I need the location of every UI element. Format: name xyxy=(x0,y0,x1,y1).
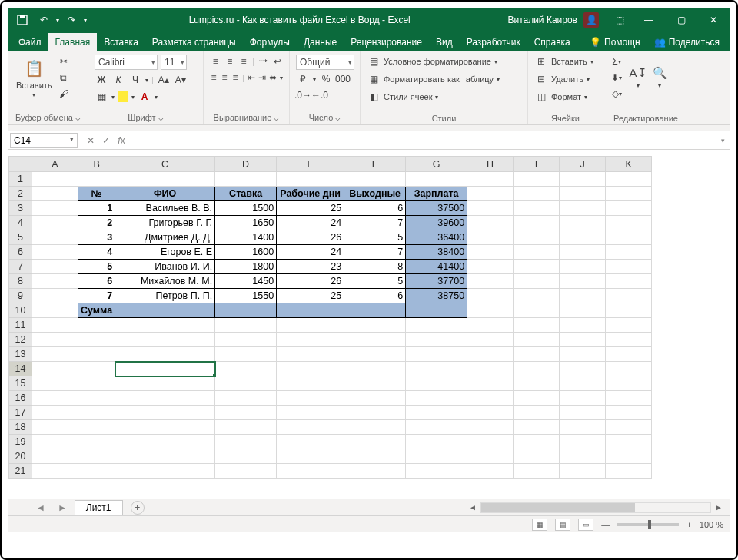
cell[interactable] xyxy=(406,420,467,435)
cell[interactable] xyxy=(277,420,344,435)
row-header[interactable]: 14 xyxy=(9,362,32,376)
number-format[interactable]: Общий xyxy=(296,55,354,70)
cell[interactable] xyxy=(606,464,652,479)
cell[interactable]: 3 xyxy=(78,230,115,245)
row-header[interactable]: 19 xyxy=(9,435,32,449)
cell[interactable] xyxy=(467,449,514,464)
cell[interactable] xyxy=(344,464,406,479)
cell[interactable] xyxy=(277,303,344,318)
cell[interactable] xyxy=(277,347,344,362)
font-color-icon[interactable]: A xyxy=(138,90,151,104)
cell[interactable] xyxy=(344,333,406,347)
cell[interactable]: 4 xyxy=(78,245,115,260)
cell[interactable] xyxy=(215,420,277,435)
cell[interactable] xyxy=(560,362,606,376)
cell[interactable] xyxy=(467,260,514,274)
row-header[interactable]: 17 xyxy=(9,406,32,420)
cell[interactable] xyxy=(560,464,606,479)
maximize-icon[interactable]: ▢ xyxy=(665,8,697,31)
cell[interactable]: 38400 xyxy=(406,245,467,260)
tab-data[interactable]: Данные xyxy=(297,33,344,51)
cell[interactable] xyxy=(406,303,467,318)
cell[interactable] xyxy=(344,362,406,376)
cell[interactable]: 37700 xyxy=(406,274,467,289)
cell[interactable] xyxy=(606,391,652,406)
row-header[interactable]: 20 xyxy=(9,449,32,464)
row-header[interactable]: 8 xyxy=(9,274,32,289)
cell[interactable]: Егоров Е. Е xyxy=(115,245,215,260)
cell[interactable] xyxy=(115,435,215,449)
row-header[interactable]: 7 xyxy=(9,260,32,274)
cell[interactable]: Зарплата xyxy=(406,187,467,201)
delete-cells-button[interactable]: ⊟Удалить ▾ xyxy=(534,72,597,86)
ribbon-options-icon[interactable]: ⬚ xyxy=(607,8,633,31)
fill-color-icon[interactable] xyxy=(118,91,128,102)
cell[interactable] xyxy=(514,245,560,260)
row-header[interactable]: 10 xyxy=(9,303,32,318)
cell[interactable]: Выходные xyxy=(344,187,406,201)
share-button[interactable]: 👥Поделиться xyxy=(647,33,726,51)
cell[interactable]: 7 xyxy=(344,245,406,260)
cell[interactable]: 2 xyxy=(78,216,115,230)
cell[interactable] xyxy=(467,420,514,435)
zoom-in-icon[interactable]: + xyxy=(686,520,691,529)
cell[interactable] xyxy=(467,289,514,303)
cell[interactable] xyxy=(406,464,467,479)
cell[interactable] xyxy=(406,406,467,420)
cell[interactable] xyxy=(606,333,652,347)
cell[interactable] xyxy=(215,449,277,464)
cell[interactable] xyxy=(606,274,652,289)
cell[interactable] xyxy=(606,376,652,391)
conditional-formatting-button[interactable]: ▤Условное форматирование ▾ xyxy=(367,55,521,68)
scroll-left-icon[interactable]: ◄ xyxy=(467,502,479,514)
tab-insert[interactable]: Вставка xyxy=(97,33,145,51)
col-header[interactable]: A xyxy=(32,157,78,172)
tab-review[interactable]: Рецензирование xyxy=(344,33,429,51)
percent-icon[interactable]: % xyxy=(319,72,333,86)
view-page-layout-icon[interactable]: ▤ xyxy=(555,519,570,531)
cell[interactable] xyxy=(606,347,652,362)
cell[interactable] xyxy=(467,172,514,187)
cell[interactable] xyxy=(277,172,344,187)
col-header[interactable]: C xyxy=(115,157,215,172)
scroll-right-icon[interactable]: ► xyxy=(713,502,725,514)
cell[interactable] xyxy=(467,362,514,376)
cell[interactable] xyxy=(32,464,78,479)
cell[interactable] xyxy=(344,376,406,391)
cell[interactable]: ФИО xyxy=(115,187,215,201)
cell[interactable] xyxy=(467,303,514,318)
cell[interactable] xyxy=(514,420,560,435)
col-header[interactable]: G xyxy=(406,157,467,172)
cell[interactable] xyxy=(32,172,78,187)
increase-font-icon[interactable]: A▴ xyxy=(157,73,171,87)
zoom-level[interactable]: 100 % xyxy=(700,520,723,529)
cell[interactable] xyxy=(32,230,78,245)
row-header[interactable]: 18 xyxy=(9,420,32,435)
align-bottom-icon[interactable]: ≡ xyxy=(238,55,249,68)
merge-icon[interactable]: ⬌ xyxy=(269,71,277,84)
cell[interactable] xyxy=(406,347,467,362)
cell[interactable] xyxy=(560,201,606,216)
cell[interactable]: 1800 xyxy=(215,260,277,274)
cell[interactable] xyxy=(514,187,560,201)
cell[interactable] xyxy=(560,187,606,201)
decrease-font-icon[interactable]: A▾ xyxy=(174,73,188,87)
cell[interactable] xyxy=(32,449,78,464)
cell[interactable] xyxy=(115,347,215,362)
cell[interactable]: Михайлов М. М. xyxy=(115,274,215,289)
cell[interactable] xyxy=(32,435,78,449)
cell[interactable] xyxy=(467,318,514,333)
align-middle-icon[interactable]: ≡ xyxy=(224,55,234,68)
cell[interactable] xyxy=(32,420,78,435)
cell[interactable] xyxy=(215,172,277,187)
cell[interactable]: 41400 xyxy=(406,260,467,274)
cell[interactable]: 7 xyxy=(78,289,115,303)
cell[interactable] xyxy=(277,406,344,420)
tab-file[interactable]: Файл xyxy=(12,33,48,51)
cell[interactable] xyxy=(344,303,406,318)
cell[interactable]: 5 xyxy=(344,274,406,289)
spreadsheet-grid[interactable]: ABCDEFGHIJK12№ФИОСтавкаРабочие дниВыходн… xyxy=(8,156,730,499)
cell[interactable] xyxy=(514,303,560,318)
cell[interactable] xyxy=(32,362,78,376)
cell[interactable] xyxy=(606,216,652,230)
